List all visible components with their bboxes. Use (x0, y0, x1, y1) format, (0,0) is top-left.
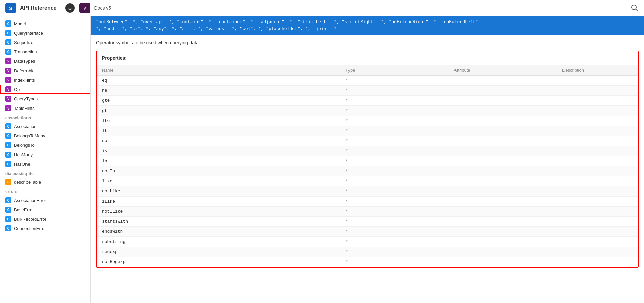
sidebar-item-belongstomany[interactable]: C BelongsToMany (0, 131, 90, 140)
table-row: notILike * (97, 207, 638, 217)
cell-description (557, 186, 638, 197)
cell-attribute (448, 207, 557, 217)
cell-attribute (448, 106, 557, 116)
sidebar-label-assoc: Association (14, 124, 36, 129)
sidebar-item-op[interactable]: V Op (0, 85, 90, 94)
sidebar-label-be: BaseError (14, 207, 34, 212)
sidebar-label-def: Deferrable (14, 68, 35, 73)
badge-c-bt: C (5, 142, 11, 148)
sidebar-item-associationerror[interactable]: C AssociationError (0, 196, 90, 205)
sidebar-item-describetable[interactable]: F describeTable (0, 177, 90, 187)
sidebar-item-tablehints[interactable]: V TableHints (0, 103, 90, 113)
cell-description (557, 207, 638, 217)
cell-name: gt (97, 106, 340, 116)
badge-v-op: V (5, 86, 11, 92)
sidebar-item-model[interactable]: C Model (0, 19, 90, 28)
cell-name: gte (97, 96, 340, 106)
cell-type: * (340, 176, 448, 186)
cell-description (557, 136, 638, 146)
sidebar-label-ih: IndexHints (14, 78, 35, 83)
table-row: startsWith * (97, 217, 638, 227)
properties-title: Properties: (97, 51, 638, 65)
cell-name: lte (97, 116, 340, 126)
cell-name: in (97, 156, 340, 166)
cell-name: like (97, 176, 340, 186)
sidebar-label-qt: QueryTypes (14, 96, 38, 101)
code-line-2: *, "and": *, "or": *, "any": *, "all": *… (96, 26, 639, 32)
sidebar-label-trans: Transaction (14, 49, 37, 54)
cell-type: * (340, 217, 448, 227)
sidebar: C Model C QueryInterface C Sequelize C T… (0, 16, 91, 303)
cell-attribute (448, 197, 557, 207)
sidebar-item-sequelize[interactable]: C Sequelize (0, 38, 90, 47)
badge-f-dt: F (5, 179, 11, 185)
main-content: "notBetween": *, "overlap": *, "contains… (91, 16, 644, 303)
cell-name: endsWith (97, 227, 340, 237)
badge-c-seq: C (5, 39, 11, 45)
cell-description (557, 106, 638, 116)
slack-icon[interactable]: # (79, 3, 90, 13)
badge-c-ae: C (5, 197, 11, 203)
col-attribute: Attribute (448, 65, 557, 76)
cell-description (557, 76, 638, 86)
sidebar-item-querytypes[interactable]: V QueryTypes (0, 94, 90, 103)
sidebar-label-dt2: describeTable (14, 180, 41, 185)
cell-attribute (448, 156, 557, 166)
sidebar-item-baseerror[interactable]: C BaseError (0, 205, 90, 214)
cell-description (557, 217, 638, 227)
cell-type: * (340, 237, 448, 247)
cell-type: * (340, 247, 448, 257)
sidebar-item-hasone[interactable]: C HasOne (0, 159, 90, 169)
cell-attribute (448, 176, 557, 186)
sidebar-item-queryinterface[interactable]: C QueryInterface (0, 28, 90, 38)
svg-point-6 (632, 5, 636, 10)
cell-type: * (340, 227, 448, 237)
sidebar-item-deferrable[interactable]: V Deferrable (0, 66, 90, 75)
cell-name: eq (97, 76, 340, 86)
sidebar-item-transaction[interactable]: C Transaction (0, 47, 90, 56)
cell-name: notILike (97, 207, 340, 217)
section-dialects: dialects/sqlite (0, 169, 90, 177)
cell-type: * (340, 257, 448, 267)
table-row: endsWith * (97, 227, 638, 237)
code-block: "notBetween": *, "overlap": *, "contains… (91, 16, 644, 35)
sidebar-item-datatypes[interactable]: V DataTypes (0, 56, 90, 66)
sidebar-label-qi: QueryInterface (14, 31, 43, 36)
svg-line-7 (636, 9, 638, 11)
description-text: Operator symbols to be used when queryin… (91, 35, 644, 48)
sidebar-item-connectionerror[interactable]: C ConnectionError (0, 224, 90, 233)
badge-c-model: C (5, 20, 11, 27)
cell-description (557, 237, 638, 247)
table-row: regexp * (97, 247, 638, 257)
sidebar-label-bt: BelongsTo (14, 143, 35, 148)
sidebar-item-belongsto[interactable]: C BelongsTo (0, 140, 90, 150)
cell-type: * (340, 166, 448, 176)
cell-type: * (340, 197, 448, 207)
cell-description (557, 257, 638, 267)
cell-attribute (448, 237, 557, 247)
cell-description (557, 86, 638, 96)
cell-type: * (340, 116, 448, 126)
badge-v-th: V (5, 105, 11, 111)
table-row: notRegexp * (97, 257, 638, 267)
badge-v-def: V (5, 68, 11, 74)
cell-description (557, 146, 638, 156)
sidebar-item-association[interactable]: C Association (0, 122, 90, 131)
cell-name: lt (97, 126, 340, 136)
sidebar-item-bulkrecorderror[interactable]: C BulkRecordError (0, 214, 90, 224)
badge-c-btm: C (5, 133, 11, 139)
sidebar-item-indexhints[interactable]: V IndexHints (0, 75, 90, 85)
svg-text:#: # (84, 7, 86, 10)
sidebar-label-model: Model (14, 21, 26, 26)
cell-attribute (448, 186, 557, 197)
search-icon[interactable] (631, 4, 639, 12)
cell-attribute (448, 116, 557, 126)
cell-type: * (340, 136, 448, 146)
table-row: ne * (97, 86, 638, 96)
github-icon[interactable]: G (65, 3, 75, 13)
cell-attribute (448, 76, 557, 86)
badge-c-trans: C (5, 49, 11, 55)
table-row: notLike * (97, 186, 638, 197)
cell-name: notLike (97, 186, 340, 197)
sidebar-item-hasmany[interactable]: C HasMany (0, 150, 90, 159)
